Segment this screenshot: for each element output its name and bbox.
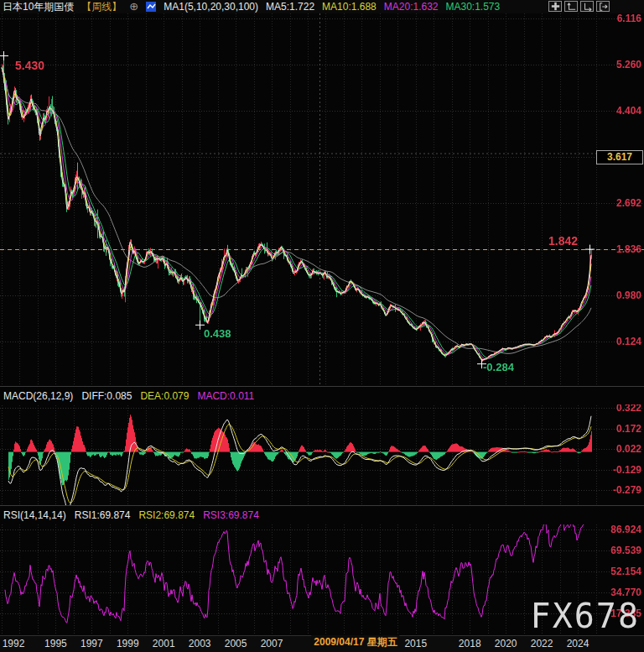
price-axis-label: 1.836 bbox=[616, 243, 641, 255]
year-label: 2001 bbox=[153, 638, 175, 649]
macd-axis-label: 0.022 bbox=[616, 443, 641, 455]
year-label: 2022 bbox=[531, 638, 553, 649]
price-axis-label: 4.404 bbox=[616, 105, 641, 117]
end-high-marker-label: 1.842 bbox=[548, 234, 578, 248]
price-axis-label: 0.124 bbox=[616, 336, 641, 347]
rsi3-value: RSI3:69.874 bbox=[203, 509, 259, 521]
ma20-value: MA20:1.632 bbox=[384, 0, 439, 13]
period-selector[interactable]: 【周线】 bbox=[81, 0, 122, 13]
rsi-axis-label: 52.154 bbox=[610, 566, 641, 577]
year-label: 2007 bbox=[261, 638, 283, 649]
rsi-axis-label: 69.539 bbox=[610, 545, 641, 556]
year-label: 2015 bbox=[404, 638, 427, 649]
scale-x-axis-icon[interactable] bbox=[580, 1, 594, 12]
scale-y-axis-icon[interactable] bbox=[564, 1, 578, 12]
time-axis[interactable]: 2009/04/17 星期五 1992199519971999200120032… bbox=[0, 635, 644, 652]
year-label: 1992 bbox=[3, 638, 25, 649]
move-icon[interactable] bbox=[548, 1, 562, 12]
crosshair-price-label: 3.617 bbox=[596, 150, 643, 164]
macd-axis-label: -0.279 bbox=[613, 484, 641, 496]
rsi-title: RSI(14,14,14) bbox=[3, 509, 66, 521]
rsi1-value: RSI1:69.874 bbox=[75, 509, 131, 521]
macd-title: MACD(26,12,9) bbox=[3, 390, 73, 402]
price-axis-label: 5.260 bbox=[616, 59, 641, 70]
indicator-chart-icon[interactable] bbox=[146, 2, 156, 12]
macd-header: MACD(26,12,9) DIFF:0.085 DEA:0.079 MACD:… bbox=[0, 388, 644, 404]
instrument-title: 日本10年期国债 bbox=[3, 0, 74, 13]
macd-axis-label: 0.172 bbox=[616, 423, 641, 435]
year-label: 1999 bbox=[117, 638, 139, 649]
macd-chart-canvas[interactable] bbox=[0, 405, 644, 505]
low-2019-marker-label: -0.284 bbox=[483, 361, 514, 373]
ma10-value: MA10:1.688 bbox=[322, 0, 377, 13]
rsi-header: RSI(14,14,14) RSI1:69.874 RSI2:69.874 RS… bbox=[0, 507, 644, 524]
year-label: 2020 bbox=[495, 638, 517, 649]
ma5-value: MA5:1.722 bbox=[266, 0, 314, 13]
shift-right-icon[interactable] bbox=[596, 1, 610, 12]
ma30-value: MA30:1.573 bbox=[446, 0, 501, 13]
rsi2-value: RSI2:69.874 bbox=[138, 509, 195, 521]
macd-dea-value: DEA:0.079 bbox=[140, 390, 189, 402]
start-high-marker-label: 5.430 bbox=[15, 59, 44, 72]
chart-toolbar bbox=[548, 1, 610, 12]
macd-axis-label: -0.129 bbox=[613, 464, 641, 476]
macd-macd-value: MACD:0.011 bbox=[197, 390, 254, 402]
rsi-axis-label: 86.924 bbox=[610, 524, 641, 535]
pane-divider bbox=[0, 386, 644, 387]
chart-header-bar: 日本10年期国债 【周线】 ⊕ MA1(5,10,20,30,100) MA5:… bbox=[0, 0, 644, 13]
chart-window: 日本10年期国债 【周线】 ⊕ MA1(5,10,20,30,100) MA5:… bbox=[0, 0, 644, 652]
year-label: 1997 bbox=[80, 638, 103, 649]
macd-diff-value: DIFF:0.085 bbox=[81, 390, 132, 402]
watermark: FX678 bbox=[531, 597, 640, 635]
year-label: 2003 bbox=[189, 638, 211, 649]
ma-settings-label: MA1(5,10,20,30,100) bbox=[164, 0, 258, 13]
add-indicator-icon[interactable]: ⊕ bbox=[129, 0, 138, 13]
year-label: 2024 bbox=[567, 638, 589, 649]
year-label: 1995 bbox=[44, 638, 67, 649]
price-axis-label: 6.116 bbox=[617, 13, 641, 24]
pane-divider bbox=[0, 505, 644, 506]
price-chart-canvas[interactable] bbox=[0, 13, 644, 386]
price-axis-label: 0.980 bbox=[616, 289, 641, 301]
low-2003-marker-label: 0.438 bbox=[204, 327, 231, 340]
price-axis-label: 2.692 bbox=[616, 197, 641, 209]
year-label: 2018 bbox=[459, 638, 481, 649]
year-label: 2005 bbox=[225, 638, 247, 649]
crosshair-date-label: 2009/04/17 星期五 bbox=[311, 635, 399, 649]
